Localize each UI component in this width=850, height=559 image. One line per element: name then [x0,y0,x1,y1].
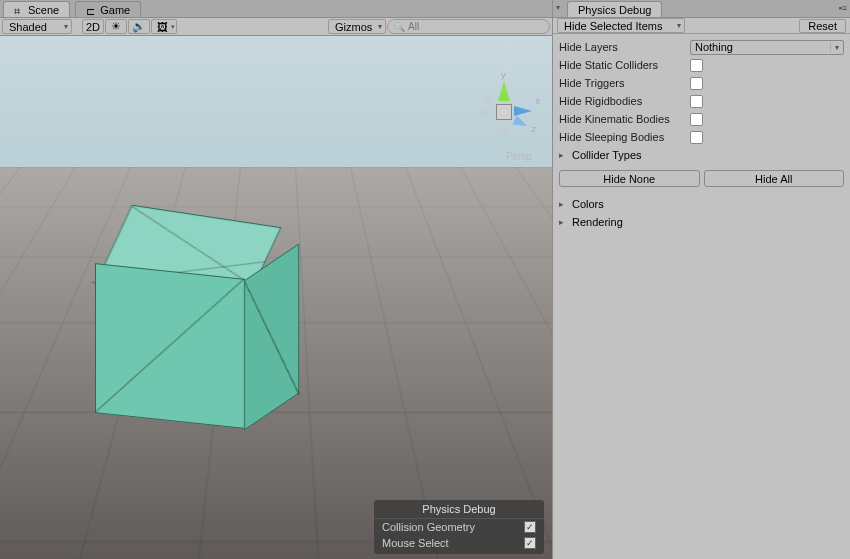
gizmo-neg-y[interactable] [499,124,509,134]
game-icon: ⊏ [86,5,96,15]
tab-scene-label: Scene [28,4,59,16]
scene-cube-object[interactable] [80,216,260,416]
cube-front-face [95,263,245,429]
hide-kinematic-label: Hide Kinematic Bodies [559,113,684,125]
hide-none-label: Hide None [603,173,655,185]
projection-label[interactable]: Persp [506,151,532,162]
hide-sleeping-label: Hide Sleeping Bodies [559,131,684,143]
gizmo-y-label: y [501,70,506,80]
toggle-2d-label: 2D [86,21,100,33]
orientation-gizmo[interactable]: y x z [474,76,534,156]
speaker-icon: 🔊 [132,20,146,33]
toggle-2d-button[interactable]: 2D [82,19,104,34]
gizmos-dropdown[interactable]: Gizmos [328,19,386,34]
collider-types-foldout[interactable]: Collider Types [559,146,844,164]
hide-triggers-checkbox[interactable] [690,77,703,90]
hide-all-button[interactable]: Hide All [704,170,845,187]
filter-mode-label: Hide Selected Items [564,20,662,32]
gizmos-label: Gizmos [335,21,372,33]
tab-game[interactable]: ⊏ Game [75,1,141,17]
gizmo-x-label: x [536,96,541,106]
gizmo-z-label: z [532,124,537,134]
shading-mode-dropdown[interactable]: Shaded [2,19,72,34]
hide-all-label: Hide All [755,173,792,185]
gizmo-neg-z[interactable] [484,96,494,106]
mouse-select-label: Mouse Select [382,537,449,549]
scene-search[interactable] [387,19,550,34]
hide-sleeping-checkbox[interactable] [690,131,703,144]
gizmo-center-cube[interactable] [496,104,512,120]
gizmo-neg-x[interactable] [478,108,488,118]
panel-options-icon[interactable]: ▪≡ [839,3,847,13]
hide-layers-label: Hide Layers [559,41,684,53]
collision-geometry-checkbox[interactable]: ✓ [524,521,536,533]
scene-tab-bar: ⌗ Scene ⊏ Game [0,0,552,18]
filter-mode-dropdown[interactable]: Hide Selected Items [557,18,685,33]
physics-debug-overlay[interactable]: Physics Debug Collision Geometry ✓ Mouse… [374,500,544,554]
colors-label: Colors [572,198,604,210]
rendering-label: Rendering [572,216,623,228]
shading-mode-label: Shaded [9,21,47,33]
tab-physics-debug-label: Physics Debug [578,4,651,16]
scene-toolbar: Shaded 2D ☀ 🔊 🖼 Gizmos [0,18,552,36]
reset-label: Reset [808,20,837,32]
hide-static-checkbox[interactable] [690,59,703,72]
image-icon: 🖼 [157,21,168,33]
physics-debug-properties: Hide Layers Nothing Hide Static Collider… [553,34,850,168]
mouse-select-checkbox[interactable]: ✓ [524,537,536,549]
scene-viewport[interactable]: y x z Persp Physics Debug Collision Geom… [0,36,552,559]
scene-search-input[interactable] [408,21,543,32]
tab-physics-debug[interactable]: Physics Debug [567,1,662,17]
physics-debug-header: Hide Selected Items Reset [553,18,850,34]
hide-static-label: Hide Static Colliders [559,59,684,71]
tab-game-label: Game [100,4,130,16]
tab-scene[interactable]: ⌗ Scene [3,1,70,17]
lighting-toggle-button[interactable]: ☀ [105,19,127,34]
reset-button[interactable]: Reset [799,19,846,33]
rendering-foldout[interactable]: Rendering [559,213,844,231]
hide-layers-value: Nothing [695,41,733,53]
hide-rigidbodies-checkbox[interactable] [690,95,703,108]
sun-icon: ☀ [111,20,121,33]
hide-none-button[interactable]: Hide None [559,170,700,187]
hide-kinematic-checkbox[interactable] [690,113,703,126]
collider-types-label: Collider Types [572,149,642,161]
panel-menu-icon[interactable]: ▾ [556,3,560,12]
scene-icon: ⌗ [14,5,24,15]
hide-rigidbodies-label: Hide Rigidbodies [559,95,684,107]
gizmo-z-axis[interactable] [513,116,530,131]
overlay-title: Physics Debug [374,500,544,519]
gizmo-y-axis[interactable] [498,81,510,101]
colors-foldout[interactable]: Colors [559,195,844,213]
hide-layers-dropdown[interactable]: Nothing [690,40,844,55]
hide-triggers-label: Hide Triggers [559,77,684,89]
inspector-tab-bar: ▾ Physics Debug ▪≡ [553,0,850,18]
effects-dropdown[interactable]: 🖼 [151,19,177,34]
audio-toggle-button[interactable]: 🔊 [128,19,150,34]
collision-geometry-label: Collision Geometry [382,521,475,533]
